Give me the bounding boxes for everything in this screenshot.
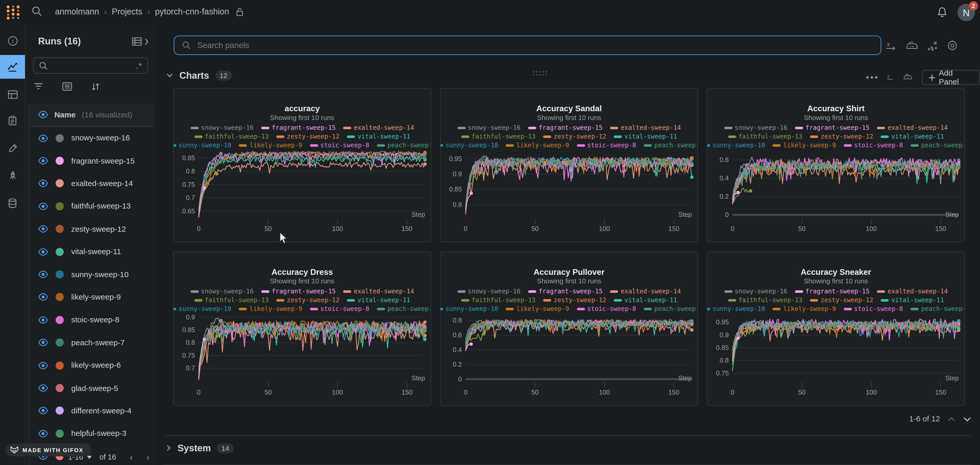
svg-text:0.75: 0.75: [182, 181, 195, 188]
series-endpoint-dot: [215, 335, 218, 338]
regex-toggle[interactable]: .*: [136, 61, 143, 70]
eye-icon[interactable]: [38, 361, 48, 369]
run-label[interactable]: vital-sweep-11: [71, 248, 121, 256]
eye-icon[interactable]: [38, 293, 48, 301]
run-row[interactable]: zesty-sweep-12: [29, 217, 155, 240]
eye-icon[interactable]: [38, 202, 48, 210]
svg-text:0.8: 0.8: [186, 167, 195, 175]
nav-artifacts-db-icon[interactable]: [0, 191, 25, 215]
filter-icon[interactable]: [33, 82, 44, 91]
run-label[interactable]: glad-sweep-5: [71, 384, 118, 392]
run-row[interactable]: exalted-sweep-14: [29, 172, 155, 195]
svg-text:0.4: 0.4: [453, 346, 462, 353]
prev-page-icon[interactable]: ‹: [130, 452, 133, 462]
eye-icon[interactable]: [38, 338, 48, 346]
run-row[interactable]: likely-sweep-6: [29, 354, 155, 377]
eye-icon[interactable]: [38, 134, 48, 142]
search-icon: [39, 61, 48, 70]
nav-charts-icon[interactable]: [0, 55, 25, 79]
chart-plot[interactable]: 00.20.40.60.8050100150Step: [441, 252, 698, 406]
chart-panel-accuracy[interactable]: accuracyShowing first 10 runssnowy-sweep…: [173, 88, 431, 242]
eye-icon[interactable]: [38, 179, 48, 187]
chart-plot[interactable]: 0.70.750.80.850.9050100150Step: [174, 252, 431, 406]
run-list-header[interactable]: Name (16 visualized): [29, 103, 155, 127]
chart-panel-accuracy-shirt[interactable]: Accuracy ShirtShowing first 10 runssnowy…: [707, 88, 965, 242]
run-label[interactable]: faithful-sweep-13: [71, 202, 131, 211]
run-row[interactable]: helpful-sweep-3: [29, 422, 155, 445]
page-size-caret-icon[interactable]: [87, 456, 92, 459]
eye-icon[interactable]: [38, 429, 48, 437]
run-label[interactable]: helpful-sweep-3: [71, 429, 127, 438]
eye-icon[interactable]: [38, 248, 48, 256]
eye-icon[interactable]: [38, 316, 48, 324]
runs-sidebar: Runs (16) .* Name (16 visualized) snowy-…: [25, 25, 156, 465]
run-label[interactable]: likely-sweep-9: [71, 293, 121, 302]
run-row[interactable]: glad-sweep-5: [29, 377, 155, 400]
eye-icon[interactable]: [38, 407, 48, 415]
run-label[interactable]: different-sweep-4: [71, 406, 132, 415]
nav-sweeps-rocket-icon[interactable]: [0, 163, 25, 187]
series-endpoint-dot: [753, 163, 756, 166]
svg-text:0: 0: [464, 389, 468, 396]
notifications-bell-icon[interactable]: [936, 6, 948, 19]
nav-overview-icon[interactable]: i: [0, 29, 25, 52]
eye-icon[interactable]: [38, 225, 48, 233]
svg-text:50: 50: [798, 225, 805, 232]
next-page-icon[interactable]: ›: [146, 452, 149, 462]
nav-logs-icon[interactable]: [0, 109, 25, 132]
page-up-icon[interactable]: [947, 416, 955, 422]
eye-icon[interactable]: [38, 157, 48, 165]
chart-plot[interactable]: 0.80.850.90.95050100150Step: [441, 89, 698, 242]
chart-plot[interactable]: 0.750.80.850.90.95050100150Step: [708, 252, 965, 406]
group-list-icon[interactable]: [62, 82, 73, 91]
chart-plot[interactable]: 00.20.40.6050100150Step: [708, 89, 965, 242]
svg-text:150: 150: [401, 389, 412, 396]
system-section-label[interactable]: System: [177, 443, 211, 453]
svg-text:0.85: 0.85: [182, 154, 195, 162]
chart-panel-accuracy-sandal[interactable]: Accuracy SandalShowing first 10 runssnow…: [440, 88, 698, 242]
runs-table-expand-button[interactable]: [132, 37, 149, 47]
run-row[interactable]: fragrant-sweep-15: [29, 149, 155, 172]
series-endpoint-dot: [486, 160, 490, 163]
nav-artifacts-brush-icon[interactable]: [0, 136, 25, 160]
run-row[interactable]: vital-sweep-11: [29, 241, 155, 263]
chart-plot[interactable]: 0.650.70.750.80.85050100150Step: [174, 89, 431, 242]
system-section-header[interactable]: System 14: [166, 443, 234, 453]
run-row[interactable]: snowy-sweep-16: [29, 127, 155, 149]
run-label[interactable]: stoic-sweep-8: [71, 316, 119, 324]
page-down-icon[interactable]: [963, 416, 971, 422]
svg-text:0.8: 0.8: [720, 357, 729, 364]
run-label[interactable]: exalted-sweep-14: [71, 179, 133, 188]
svg-text:0.95: 0.95: [716, 319, 729, 326]
run-row[interactable]: peach-sweep-7: [29, 331, 155, 354]
svg-text:0: 0: [731, 225, 734, 232]
run-row[interactable]: sunny-sweep-10: [29, 263, 155, 286]
run-label[interactable]: zesty-sweep-12: [71, 225, 126, 233]
runs-search-input[interactable]: .*: [33, 57, 148, 74]
gifox-watermark: MADE WITH GIFOX: [5, 443, 91, 457]
chart-panel-accuracy-pullover[interactable]: Accuracy PulloverShowing first 10 runssn…: [440, 252, 698, 406]
run-label[interactable]: sunny-sweep-10: [71, 270, 129, 279]
sort-icon[interactable]: [91, 82, 101, 92]
breadcrumb-user[interactable]: anmolmann: [55, 7, 99, 16]
nav-table-icon[interactable]: [0, 83, 25, 106]
eye-icon[interactable]: [38, 110, 48, 119]
run-label[interactable]: peach-sweep-7: [71, 338, 125, 347]
wandb-logo-icon[interactable]: [5, 4, 22, 21]
svg-text:0.8: 0.8: [186, 339, 195, 346]
run-row[interactable]: different-sweep-4: [29, 400, 155, 422]
run-row[interactable]: likely-sweep-9: [29, 286, 155, 309]
chevron-right-icon[interactable]: [166, 444, 171, 452]
run-row[interactable]: stoic-sweep-8: [29, 309, 155, 331]
eye-icon[interactable]: [38, 270, 48, 278]
run-row[interactable]: faithful-sweep-13: [29, 195, 155, 217]
run-label[interactable]: fragrant-sweep-15: [71, 156, 135, 165]
chart-panel-accuracy-sneaker[interactable]: Accuracy SneakerShowing first 10 runssno…: [707, 252, 965, 406]
eye-icon[interactable]: [38, 384, 48, 392]
run-label[interactable]: likely-sweep-6: [71, 361, 121, 370]
global-search-icon[interactable]: [31, 6, 43, 17]
breadcrumb-projects[interactable]: Projects: [112, 7, 142, 16]
run-label[interactable]: snowy-sweep-16: [71, 134, 130, 143]
chart-panel-accuracy-dress[interactable]: Accuracy DressShowing first 10 runssnowy…: [173, 252, 431, 406]
breadcrumb-project[interactable]: pytorch-cnn-fashion: [155, 7, 229, 16]
